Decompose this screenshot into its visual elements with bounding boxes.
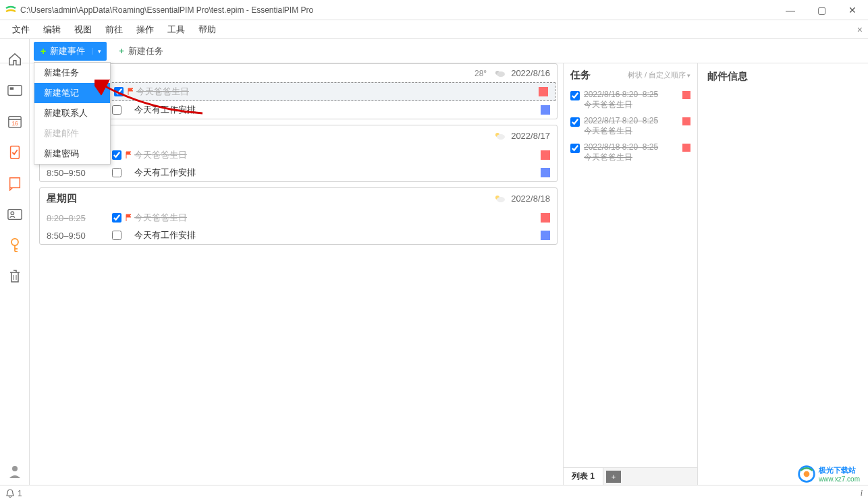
tasks-title: 任务 [570, 69, 628, 82]
svg-point-17 [497, 71, 505, 77]
status-info-icon[interactable]: i [861, 488, 863, 498]
dropdown-new-task[interactable]: 新建任务 [34, 63, 110, 83]
day-header: 星期三 2022/8/17 [40, 125, 557, 146]
menubar-close-icon[interactable]: × [857, 24, 863, 35]
event-checkbox[interactable] [110, 105, 124, 115]
new-event-button[interactable]: + 新建事件 ▾ [34, 42, 107, 61]
task-text: 2022/8/18 8:20–8:25 今天爸爸生日 [584, 142, 678, 163]
svg-point-23 [804, 471, 810, 477]
weather-icon [493, 131, 506, 141]
svg-point-21 [497, 197, 505, 202]
task-item[interactable]: 2022/8/16 8:20–8:25 今天爸爸生日 [564, 87, 697, 113]
flag-icon [124, 151, 134, 159]
menu-operate[interactable]: 操作 [130, 21, 161, 38]
weather-icon [493, 194, 506, 204]
menu-help[interactable]: 帮助 [192, 21, 223, 38]
menu-edit[interactable]: 编辑 [36, 21, 67, 38]
event-checkbox[interactable] [110, 150, 124, 160]
sidebar-user-icon[interactable] [7, 463, 23, 479]
flag-icon [124, 214, 134, 222]
bell-icon[interactable]: 1 [5, 489, 22, 498]
event-row[interactable]: 8:20–8:25 今天爸爸生日 [40, 209, 557, 227]
task-color-tag [682, 144, 690, 152]
event-checkbox[interactable] [110, 213, 124, 223]
menu-file[interactable]: 文件 [5, 21, 36, 38]
svg-point-19 [497, 134, 505, 140]
new-event-label: 新建事件 [50, 45, 85, 57]
event-color-tag [541, 168, 550, 177]
tasks-tab-1[interactable]: 列表 1 [564, 468, 603, 485]
event-title: 今天有工作安排 [134, 104, 537, 116]
dropdown-new-password[interactable]: 新建密码 [34, 144, 110, 164]
task-item[interactable]: 2022/8/17 8:20–8:25 今天爸爸生日 [564, 113, 697, 140]
day-group: 星期三 2022/8/17 8:20–8:25 今天爸爸生日 8:50–9:50… [39, 125, 558, 182]
svg-rect-1 [9, 87, 13, 90]
menu-tools[interactable]: 工具 [161, 21, 192, 38]
tasks-tabs: 列表 1 + [564, 467, 697, 485]
minimize-button[interactable]: — [775, 0, 806, 20]
event-row[interactable]: 今天有工作安排 [40, 101, 557, 119]
sidebar-card-icon[interactable] [7, 82, 23, 98]
new-task-button[interactable]: + 新建任务 [119, 45, 163, 57]
tasks-sort-label[interactable]: 树状 / 自定义顺序▾ [628, 70, 690, 80]
event-color-tag [539, 87, 548, 96]
new-event-dropdown-menu: 新建任务 新建笔记 新建联系人 新建邮件 新建密码 [34, 62, 111, 165]
event-row[interactable]: 今天爸爸生日 [41, 82, 555, 101]
svg-rect-7 [7, 210, 21, 220]
menu-view[interactable]: 视图 [67, 21, 99, 38]
task-item[interactable]: 2022/8/18 8:20–8:25 今天爸爸生日 [564, 140, 697, 166]
app-icon [5, 5, 16, 16]
menubar: 文件 编辑 视图 前往 操作 工具 帮助 × [0, 20, 868, 39]
task-checkbox[interactable] [570, 91, 580, 100]
task-color-tag [682, 117, 690, 125]
event-color-tag [541, 150, 550, 160]
task-checkbox[interactable] [570, 117, 580, 127]
new-event-dropdown-arrow[interactable]: ▾ [92, 48, 107, 55]
task-text: 2022/8/16 8:20–8:25 今天爸爸生日 [584, 90, 678, 111]
sidebar-tasks-icon[interactable] [7, 144, 23, 160]
event-title: 今天有工作安排 [134, 167, 537, 179]
event-row[interactable]: 8:50–9:50 今天有工作安排 [40, 164, 557, 181]
sidebar-home-icon[interactable] [7, 51, 23, 67]
svg-rect-0 [7, 86, 21, 96]
day-group: 28° 2022/8/16 今天爸爸生日 今天有工作安排 [39, 63, 558, 119]
svg-point-15 [12, 466, 18, 471]
sidebar-notes-icon[interactable] [7, 175, 23, 191]
task-color-tag [682, 91, 690, 99]
event-color-tag [541, 213, 550, 223]
day-date: 2022/8/16 [511, 68, 550, 78]
event-title: 今天爸爸生日 [134, 149, 537, 161]
tasks-add-tab-button[interactable]: + [606, 471, 621, 483]
event-checkbox[interactable] [110, 231, 124, 240]
mail-title: 邮件信息 [707, 70, 859, 83]
maximize-button[interactable]: ▢ [806, 0, 837, 20]
event-checkbox[interactable] [112, 87, 126, 96]
mail-panel: 邮件信息 [698, 63, 868, 485]
task-checkbox[interactable] [570, 144, 580, 153]
event-title: 今天爸爸生日 [134, 212, 537, 224]
task-text: 2022/8/17 8:20–8:25 今天爸爸生日 [584, 116, 678, 137]
day-header: 28° 2022/8/16 [40, 64, 557, 82]
dropdown-new-note[interactable]: 新建笔记 [34, 83, 110, 103]
menu-goto[interactable]: 前往 [99, 21, 130, 38]
sidebar-contacts-icon[interactable] [7, 206, 23, 223]
svg-text:16: 16 [11, 121, 18, 127]
event-checkbox[interactable] [110, 168, 124, 177]
dropdown-new-contact[interactable]: 新建联系人 [34, 103, 110, 123]
svg-point-8 [11, 212, 14, 215]
dropdown-new-mail: 新建邮件 [34, 123, 110, 144]
close-button[interactable]: ✕ [837, 0, 868, 20]
event-row[interactable]: 8:20–8:25 今天爸爸生日 [40, 146, 557, 164]
toolbar: + 新建事件 ▾ + 新建任务 [0, 39, 868, 63]
sidebar-calendar-icon[interactable]: 16 [7, 113, 23, 129]
day-name: 星期四 [47, 192, 77, 205]
window-title: C:\Users\admin\AppData\Roaming\Essential… [20, 5, 775, 15]
event-color-tag [541, 105, 550, 115]
event-row[interactable]: 8:50–9:50 今天有工作安排 [40, 227, 557, 244]
sidebar-trash-icon[interactable] [7, 268, 23, 285]
svg-rect-6 [9, 178, 20, 188]
sidebar-password-icon[interactable] [7, 237, 23, 254]
day-header: 星期四 2022/8/18 [40, 188, 557, 209]
flag-icon [126, 88, 136, 96]
event-color-tag [541, 231, 550, 240]
